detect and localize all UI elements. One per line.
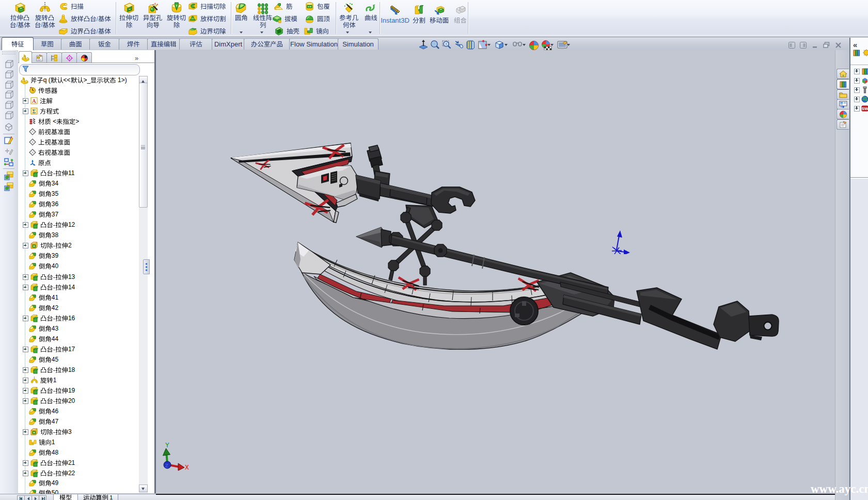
svg-text:SW: SW: [862, 106, 868, 111]
svg-text:X: X: [185, 464, 189, 471]
svg-text:Z: Z: [165, 463, 169, 469]
svg-text:A: A: [32, 98, 36, 104]
svg-text:!: !: [446, 42, 447, 46]
svg-text:Σ: Σ: [33, 108, 36, 114]
